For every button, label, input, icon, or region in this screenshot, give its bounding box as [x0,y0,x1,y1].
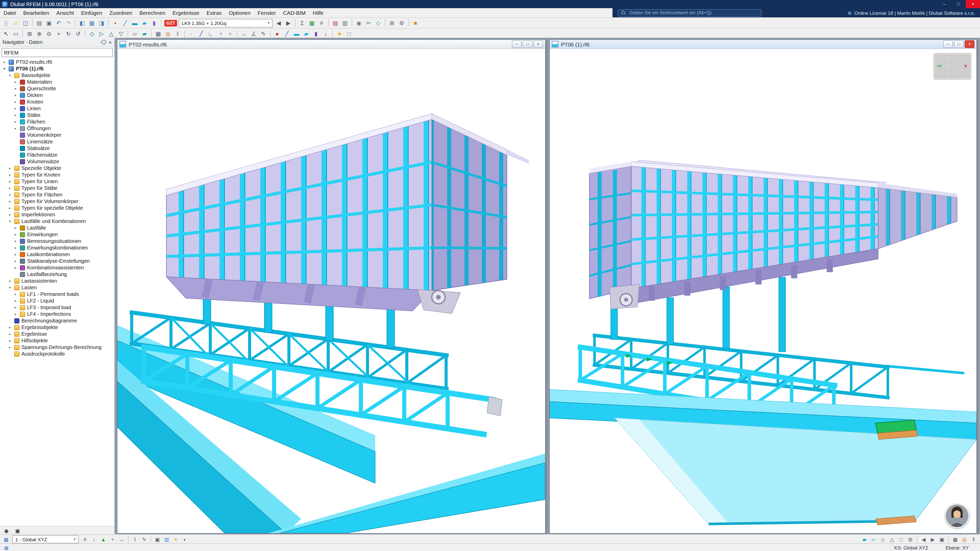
view-cube-widget[interactable]: +Y X [934,53,971,79]
report-button[interactable]: ▥ [340,19,350,27]
perspective-button[interactable]: ◇ [878,535,887,543]
tree-item[interactable]: ▸ Ergebnisobjekte [0,324,115,330]
new-window-button[interactable]: ⊞ [387,19,396,27]
tree-expander-icon[interactable]: ▾ [8,73,12,77]
isometric-view-button[interactable]: ◇ [87,29,97,38]
visibility-filter-button[interactable]: ◉ [354,19,363,27]
tree-expander-icon[interactable]: ▸ [13,259,18,263]
tree-item[interactable]: ▸ Bemessungssituationen [0,238,115,245]
menu-item[interactable]: Zuordnen [106,8,136,17]
tree-expander-icon[interactable]: ▸ [13,126,18,130]
tree-item[interactable]: ▸ LF1 - Permanent loads [0,291,115,297]
tree-expander-icon[interactable]: ▸ [13,246,18,250]
zoom-in-button[interactable]: ⊕ [35,29,44,38]
tree-item[interactable]: ▸ Typen für spezielle Objekte [0,205,115,211]
object-snap-button[interactable]: ◎ [960,535,969,543]
navigator-filter-input[interactable] [2,50,112,56]
save-model-button[interactable]: ◫ [21,19,30,27]
tree-item[interactable]: Liniensätze [0,138,115,145]
mdi-window-pt02[interactable]: PT02-results.rf6 [117,39,546,534]
menu-item[interactable]: Ansicht [53,8,78,17]
tree-item[interactable]: ▸ Einwirkungskombinationen [0,245,115,251]
tree-item[interactable]: Volumenkörper [0,132,115,138]
mdi-window-pt06[interactable]: PT06 (1).rf6 [549,39,977,534]
settings-button[interactable]: ⚙ [397,19,406,27]
new-model-button[interactable]: ▯ [2,19,11,27]
open-model-button[interactable]: ▱ [11,19,21,27]
search-input[interactable] [628,10,758,16]
tree-item[interactable]: ▸ Spannungs-Dehnungs-Berechnung [0,344,115,351]
tree-expander-icon[interactable]: ▸ [13,305,18,310]
navigator-toggle-button[interactable]: ◧ [78,19,87,27]
close-button[interactable] [966,0,980,8]
tree-item[interactable]: ▸ Typen für Knoten [0,171,115,178]
window-minimize-button[interactable] [512,40,522,48]
tree-expander-icon[interactable]: ▸ [8,325,12,329]
tree-item[interactable]: Ausdruckprotokolle [0,351,115,357]
axis-cell[interactable] [962,71,970,78]
viewport-3d-pt02[interactable] [118,49,545,533]
view-in-x-button[interactable]: ▷ [97,29,106,38]
window-maximize-button[interactable] [954,40,964,48]
tree-expander-icon[interactable]: ▸ [8,206,12,210]
viewport-3d-pt06[interactable]: +Y X [550,49,977,533]
solid-mode-button[interactable]: ▰ [140,29,149,38]
menu-item[interactable]: Hilfe [309,8,327,17]
tree-item[interactable]: ▸ Einwirkungen [0,231,115,238]
insert-surface-button[interactable]: ▰ [140,19,149,27]
work-plane-button[interactable]: ‖ [173,29,182,38]
minimize-button[interactable] [937,0,951,8]
grid-toggle-button[interactable]: ▦ [154,29,163,38]
menu-item[interactable]: Bearbeiten [20,8,53,17]
menu-item[interactable]: Berechnen [136,8,169,17]
tree-item[interactable]: ▸ Lastassistenten [0,278,115,284]
view-in-z-button[interactable]: ▽ [116,29,126,38]
window-minimize-button[interactable] [943,40,953,48]
tree-expander-icon[interactable]: ▸ [8,166,12,170]
select-solids-button[interactable]: ▮ [311,29,321,38]
load-case-combobox[interactable]: LK9 1.35G + 1.20Gq [179,19,272,27]
comments-button[interactable]: ✎ [140,535,148,543]
coordinate-system-combobox[interactable]: 1 - Global XYZ [12,535,79,543]
keyword-search-box[interactable] [617,9,762,17]
tree-item[interactable]: ▸ Typen für Linien [0,178,115,185]
tree-item[interactable]: ▾ Lasten [0,284,115,291]
shadow-button[interactable]: ◐ [181,535,189,543]
tree-item[interactable]: ▸ Typen für Flächen [0,191,115,198]
pin-icon[interactable] [100,39,107,45]
show-dimensions-button[interactable]: ↔ [118,535,126,543]
render-mode-button[interactable]: ◇ [374,19,383,27]
menu-item[interactable]: Ergebnisse [169,8,203,17]
menu-item[interactable]: Datei [0,8,20,17]
copy-graphic-button[interactable]: ▣ [45,19,54,27]
tree-item[interactable]: ▾ Basisobjekte [0,72,115,79]
tree-item[interactable]: ▸ LF4 - Imperfections [0,311,115,318]
window-title-bar[interactable]: PT02-results.rf6 [118,40,545,49]
tree-item[interactable]: ▸ Öffnungen [0,125,115,132]
tree-item[interactable]: ▸ Querschnitte [0,85,115,92]
photo-render-button[interactable]: ▣ [153,535,162,543]
previous-load-case-button[interactable]: ◀ [274,19,283,27]
tree-expander-icon[interactable]: ▸ [13,86,18,91]
tree-item[interactable]: ▾ Lastfälle und Kombinationen [0,218,115,224]
axis-cell[interactable] [953,71,961,78]
clipping-plane-button[interactable]: ✂ [364,19,373,27]
show-loads-button[interactable]: ↓ [90,535,99,543]
tree-item[interactable]: Volumensätze [0,158,115,165]
tree-item[interactable]: ▸ Statikanalyse-Einstellungen [0,258,115,264]
tree-item[interactable]: ▸ LF3 - Imposed load [0,304,115,311]
tree-expander-icon[interactable]: ▾ [2,67,6,71]
axis-cell[interactable] [953,55,961,62]
select-members-button[interactable]: ▬ [292,29,301,38]
dimension-angular-button[interactable]: ∠ [249,29,258,38]
edit-node-button[interactable]: ∙ [187,29,196,38]
navigator-filter[interactable] [2,48,113,57]
tree-item[interactable]: ▸ LF2 - Liquid [0,297,115,304]
tree-expander-icon[interactable]: ▸ [8,173,12,177]
tree-expander-icon[interactable]: ▸ [8,192,12,197]
tree-item[interactable]: ▸ Materialien [0,79,115,85]
next-load-case-button[interactable]: ▶ [284,19,293,27]
print-report-button[interactable]: ▤ [331,19,340,27]
insert-solid-button[interactable]: ▮ [150,19,159,27]
tree-expander-icon[interactable]: ▸ [13,106,18,110]
